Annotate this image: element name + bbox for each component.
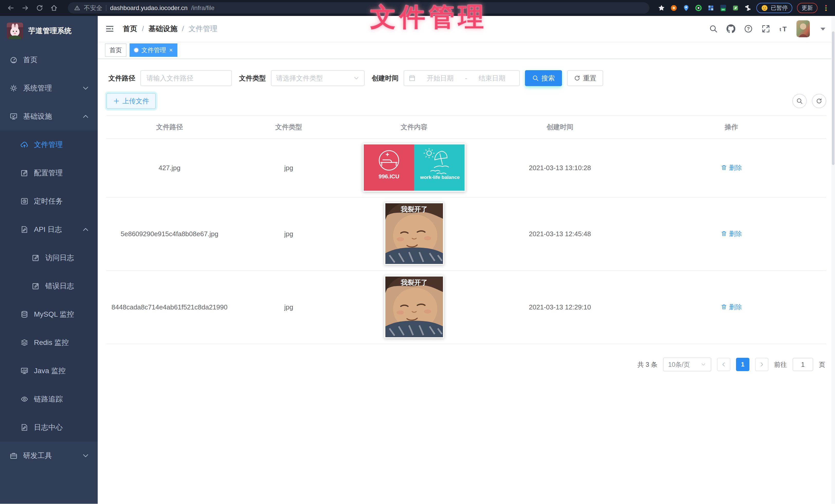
svg-text:on: on [721, 8, 725, 11]
sidebar-item-trace[interactable]: 链路追踪 [0, 385, 98, 413]
extension-green-icon[interactable] [695, 4, 702, 12]
extension-grid-icon[interactable] [707, 4, 715, 12]
sidebar-item-system[interactable]: 系统管理 [0, 74, 98, 102]
user-avatar[interactable] [796, 20, 810, 37]
cell-actions: 删除 [636, 139, 826, 197]
table-row: 8448cada8c714e4ab61f521c8da21990 jpg 我裂开… [106, 271, 826, 344]
browser-back-icon[interactable] [5, 2, 17, 14]
next-page-button[interactable] [755, 358, 769, 371]
page-number-button[interactable]: 1 [736, 358, 749, 371]
goto-page-input[interactable]: 1 [793, 358, 813, 371]
breadcrumb-home[interactable]: 首页 [123, 24, 137, 34]
extension-on-badge-icon[interactable]: on [719, 4, 727, 12]
github-icon[interactable] [727, 24, 735, 33]
pagination: 共 3 条 10条/页 1 前往 1 页 [107, 357, 825, 371]
delete-button[interactable]: 删除 [721, 164, 742, 172]
page-content: 文件路径 文件类型 请选择文件类型 创建时间 开始日期 - 结束日期 搜索 [98, 59, 835, 504]
bookmark-star-icon[interactable] [658, 4, 665, 12]
delete-button[interactable]: 删除 [721, 230, 742, 238]
address-bar[interactable]: 不安全 dashboard.yudao.iocoder.cn/infra/fil… [68, 2, 649, 14]
browser-extensions: on 已暂停 更新 [658, 3, 830, 13]
browser-chrome: 不安全 dashboard.yudao.iocoder.cn/infra/fil… [0, 0, 835, 16]
help-icon[interactable]: ? [744, 24, 753, 33]
sidebar-item-label: 访问日志 [45, 253, 74, 262]
reset-button[interactable]: 重置 [567, 70, 603, 86]
breadcrumb-infra[interactable]: 基础设施 [148, 24, 177, 34]
sidebar-item-redis[interactable]: Redis 监控 [0, 329, 98, 357]
sidebar-item-config[interactable]: 配置管理 [0, 159, 98, 187]
browser-reload-icon[interactable] [34, 2, 45, 14]
sidebar-item-label: 基础设施 [23, 111, 52, 121]
emoji-face-icon [761, 4, 768, 12]
table-column-header: 操作 [636, 115, 826, 139]
upload-file-button[interactable]: 上传文件 [106, 93, 156, 109]
sidebar-item-label: 配置管理 [34, 168, 63, 178]
header-search-icon[interactable] [709, 24, 718, 33]
sidebar-item-label: MySQL 监控 [34, 310, 74, 319]
scrollbar-thumb[interactable] [832, 31, 834, 165]
fullscreen-icon[interactable] [761, 24, 770, 33]
browser-forward-icon[interactable] [20, 2, 31, 14]
tab-close-icon[interactable]: × [169, 47, 173, 53]
sidebar-item-log-center[interactable]: 日志中心 [0, 413, 98, 442]
briefcase-icon [10, 452, 18, 460]
sidebar-item-infra[interactable]: 基础设施 [0, 102, 98, 130]
prev-page-button[interactable] [717, 358, 730, 371]
search-button[interactable]: 搜索 [525, 70, 562, 86]
sidebar-item-dev-tools[interactable]: 研发工具 [0, 442, 98, 470]
sidebar-item-label: 日志中心 [34, 422, 63, 432]
file-path-input[interactable] [140, 70, 232, 86]
font-size-icon[interactable]: tT [779, 24, 788, 33]
sidebar-item-home[interactable]: 首页 [0, 46, 98, 74]
browser-home-icon[interactable] [48, 2, 60, 14]
cell-file-content: 我裂开了 [345, 271, 483, 344]
extension-pin-icon[interactable] [682, 4, 690, 12]
sidebar-item-mysql[interactable]: MySQL 监控 [0, 300, 98, 329]
cell-file-type: jpg [233, 139, 345, 197]
cell-file-path: 5e8609290e915c4fa8b08e67.jpg [106, 197, 233, 271]
tab-home[interactable]: 首页 [105, 43, 126, 57]
breadcrumb: 首页 / 基础设施 / 文件管理 [123, 24, 218, 34]
svg-text:我裂开了: 我裂开了 [401, 205, 428, 213]
sidebar-item-job[interactable]: 定时任务 [0, 187, 98, 215]
page-scrollbar[interactable] [831, 16, 835, 504]
page-size-select[interactable]: 10条/页 [663, 357, 711, 371]
create-time-label: 创建时间 [372, 74, 399, 83]
timer-icon [21, 197, 28, 205]
file-table: 文件路径文件类型文件内容创建时间操作 427.jpg jpg 996.ICU w… [106, 115, 826, 344]
eye-icon [21, 395, 28, 403]
file-path-label: 文件路径 [108, 74, 135, 83]
browser-menu-dots-icon[interactable] [822, 4, 830, 12]
sidebar-item-file[interactable]: 文件管理 [0, 130, 98, 159]
extension-orange-icon[interactable] [670, 4, 678, 12]
app-logo-row: 芋道管理系统 [0, 16, 98, 46]
security-label: 不安全 [84, 4, 102, 12]
tag-view-bar: 首页 文件管理 × [98, 42, 835, 59]
sidebar: 芋道管理系统 首页系统管理基础设施文件管理配置管理定时任务API 日志访问日志错… [0, 16, 98, 504]
toggle-search-button[interactable] [792, 94, 807, 108]
svg-text:work-life balance: work-life balance [420, 174, 460, 180]
sidebar-item-access-log[interactable]: 访问日志 [0, 244, 98, 272]
extension-paused-pill[interactable]: 已暂停 [756, 3, 792, 13]
browser-update-button[interactable]: 更新 [797, 3, 817, 13]
cell-file-path: 8448cada8c714e4ab61f521c8da21990 [106, 271, 233, 344]
delete-button[interactable]: 删除 [721, 303, 742, 311]
sidebar-item-api-log[interactable]: API 日志 [0, 215, 98, 244]
extension-leaf-icon[interactable] [732, 4, 739, 12]
url-divider [106, 5, 106, 11]
extensions-puzzle-icon[interactable] [744, 4, 752, 12]
refresh-table-button[interactable] [812, 94, 826, 108]
url-path: /infra/file [191, 4, 215, 12]
avatar-caret-down-icon[interactable] [818, 24, 827, 33]
chevron-up-icon [82, 112, 89, 120]
date-range-picker[interactable]: 开始日期 - 结束日期 [404, 70, 520, 86]
sidebar-item-error-log[interactable]: 错误日志 [0, 272, 98, 300]
log-icon [21, 423, 28, 431]
sidebar-item-label: Redis 监控 [34, 338, 69, 348]
tab-file-management[interactable]: 文件管理 × [129, 43, 177, 57]
breadcrumb-current: 文件管理 [189, 24, 218, 34]
sidebar-item-java[interactable]: Java 监控 [0, 357, 98, 385]
file-type-select[interactable]: 请选择文件类型 [271, 70, 365, 86]
hamburger-icon[interactable] [105, 24, 114, 33]
active-tab-dot [134, 48, 138, 52]
